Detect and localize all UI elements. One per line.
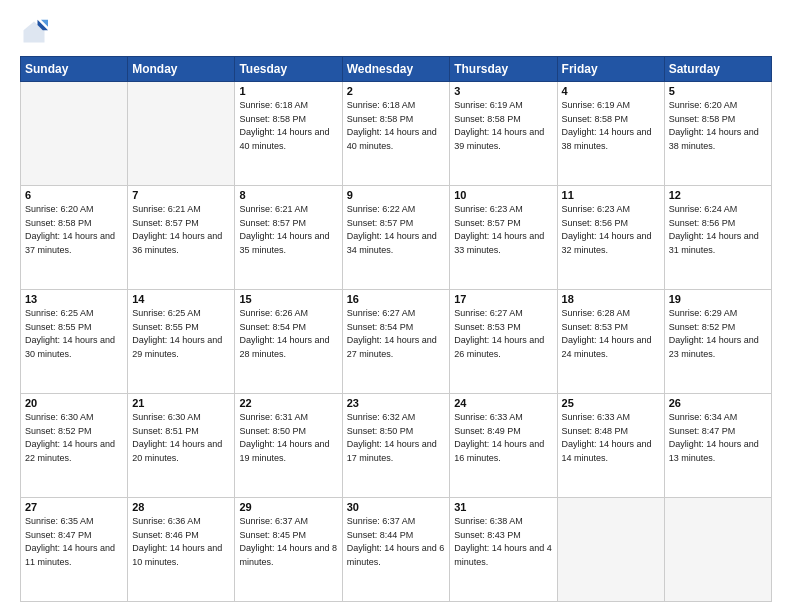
weekday-header-tuesday: Tuesday <box>235 57 342 82</box>
day-number: 18 <box>562 293 660 305</box>
day-number: 27 <box>25 501 123 513</box>
day-info: Sunrise: 6:27 AMSunset: 8:53 PMDaylight:… <box>454 307 552 361</box>
day-info: Sunrise: 6:38 AMSunset: 8:43 PMDaylight:… <box>454 515 552 569</box>
day-number: 25 <box>562 397 660 409</box>
calendar-cell: 6Sunrise: 6:20 AMSunset: 8:58 PMDaylight… <box>21 186 128 290</box>
calendar-cell: 10Sunrise: 6:23 AMSunset: 8:57 PMDayligh… <box>450 186 557 290</box>
day-number: 7 <box>132 189 230 201</box>
day-info: Sunrise: 6:30 AMSunset: 8:51 PMDaylight:… <box>132 411 230 465</box>
calendar-cell: 8Sunrise: 6:21 AMSunset: 8:57 PMDaylight… <box>235 186 342 290</box>
logo <box>20 18 52 46</box>
day-number: 26 <box>669 397 767 409</box>
day-number: 16 <box>347 293 446 305</box>
calendar-cell: 4Sunrise: 6:19 AMSunset: 8:58 PMDaylight… <box>557 82 664 186</box>
calendar-cell: 11Sunrise: 6:23 AMSunset: 8:56 PMDayligh… <box>557 186 664 290</box>
day-number: 12 <box>669 189 767 201</box>
day-number: 2 <box>347 85 446 97</box>
week-row-5: 27Sunrise: 6:35 AMSunset: 8:47 PMDayligh… <box>21 498 772 602</box>
day-info: Sunrise: 6:18 AMSunset: 8:58 PMDaylight:… <box>347 99 446 153</box>
calendar-cell: 9Sunrise: 6:22 AMSunset: 8:57 PMDaylight… <box>342 186 450 290</box>
day-info: Sunrise: 6:25 AMSunset: 8:55 PMDaylight:… <box>132 307 230 361</box>
day-info: Sunrise: 6:21 AMSunset: 8:57 PMDaylight:… <box>132 203 230 257</box>
calendar-cell: 13Sunrise: 6:25 AMSunset: 8:55 PMDayligh… <box>21 290 128 394</box>
day-number: 23 <box>347 397 446 409</box>
calendar-cell: 27Sunrise: 6:35 AMSunset: 8:47 PMDayligh… <box>21 498 128 602</box>
day-info: Sunrise: 6:25 AMSunset: 8:55 PMDaylight:… <box>25 307 123 361</box>
day-info: Sunrise: 6:22 AMSunset: 8:57 PMDaylight:… <box>347 203 446 257</box>
calendar-cell: 3Sunrise: 6:19 AMSunset: 8:58 PMDaylight… <box>450 82 557 186</box>
day-info: Sunrise: 6:23 AMSunset: 8:56 PMDaylight:… <box>562 203 660 257</box>
page-header <box>20 18 772 46</box>
week-row-4: 20Sunrise: 6:30 AMSunset: 8:52 PMDayligh… <box>21 394 772 498</box>
day-info: Sunrise: 6:28 AMSunset: 8:53 PMDaylight:… <box>562 307 660 361</box>
calendar-cell: 18Sunrise: 6:28 AMSunset: 8:53 PMDayligh… <box>557 290 664 394</box>
calendar-cell <box>557 498 664 602</box>
day-info: Sunrise: 6:20 AMSunset: 8:58 PMDaylight:… <box>669 99 767 153</box>
calendar-cell <box>664 498 771 602</box>
weekday-header-saturday: Saturday <box>664 57 771 82</box>
day-number: 20 <box>25 397 123 409</box>
day-info: Sunrise: 6:34 AMSunset: 8:47 PMDaylight:… <box>669 411 767 465</box>
day-info: Sunrise: 6:19 AMSunset: 8:58 PMDaylight:… <box>454 99 552 153</box>
weekday-header-sunday: Sunday <box>21 57 128 82</box>
calendar-cell: 5Sunrise: 6:20 AMSunset: 8:58 PMDaylight… <box>664 82 771 186</box>
day-number: 9 <box>347 189 446 201</box>
day-number: 6 <box>25 189 123 201</box>
day-info: Sunrise: 6:37 AMSunset: 8:44 PMDaylight:… <box>347 515 446 569</box>
day-info: Sunrise: 6:26 AMSunset: 8:54 PMDaylight:… <box>239 307 337 361</box>
week-row-2: 6Sunrise: 6:20 AMSunset: 8:58 PMDaylight… <box>21 186 772 290</box>
day-number: 22 <box>239 397 337 409</box>
day-number: 21 <box>132 397 230 409</box>
calendar-cell: 30Sunrise: 6:37 AMSunset: 8:44 PMDayligh… <box>342 498 450 602</box>
calendar-cell: 23Sunrise: 6:32 AMSunset: 8:50 PMDayligh… <box>342 394 450 498</box>
day-info: Sunrise: 6:30 AMSunset: 8:52 PMDaylight:… <box>25 411 123 465</box>
day-number: 13 <box>25 293 123 305</box>
calendar-cell: 12Sunrise: 6:24 AMSunset: 8:56 PMDayligh… <box>664 186 771 290</box>
calendar-cell <box>21 82 128 186</box>
day-number: 19 <box>669 293 767 305</box>
calendar-cell: 20Sunrise: 6:30 AMSunset: 8:52 PMDayligh… <box>21 394 128 498</box>
day-number: 17 <box>454 293 552 305</box>
day-number: 28 <box>132 501 230 513</box>
calendar-cell: 1Sunrise: 6:18 AMSunset: 8:58 PMDaylight… <box>235 82 342 186</box>
weekday-header-monday: Monday <box>128 57 235 82</box>
calendar-cell: 15Sunrise: 6:26 AMSunset: 8:54 PMDayligh… <box>235 290 342 394</box>
calendar-table: SundayMondayTuesdayWednesdayThursdayFrid… <box>20 56 772 602</box>
day-number: 14 <box>132 293 230 305</box>
day-number: 10 <box>454 189 552 201</box>
day-info: Sunrise: 6:23 AMSunset: 8:57 PMDaylight:… <box>454 203 552 257</box>
day-info: Sunrise: 6:29 AMSunset: 8:52 PMDaylight:… <box>669 307 767 361</box>
day-info: Sunrise: 6:35 AMSunset: 8:47 PMDaylight:… <box>25 515 123 569</box>
day-number: 5 <box>669 85 767 97</box>
day-number: 8 <box>239 189 337 201</box>
calendar-cell: 24Sunrise: 6:33 AMSunset: 8:49 PMDayligh… <box>450 394 557 498</box>
calendar-cell: 21Sunrise: 6:30 AMSunset: 8:51 PMDayligh… <box>128 394 235 498</box>
day-info: Sunrise: 6:36 AMSunset: 8:46 PMDaylight:… <box>132 515 230 569</box>
day-number: 29 <box>239 501 337 513</box>
calendar-cell: 7Sunrise: 6:21 AMSunset: 8:57 PMDaylight… <box>128 186 235 290</box>
calendar-cell: 2Sunrise: 6:18 AMSunset: 8:58 PMDaylight… <box>342 82 450 186</box>
day-info: Sunrise: 6:33 AMSunset: 8:49 PMDaylight:… <box>454 411 552 465</box>
day-info: Sunrise: 6:37 AMSunset: 8:45 PMDaylight:… <box>239 515 337 569</box>
day-info: Sunrise: 6:24 AMSunset: 8:56 PMDaylight:… <box>669 203 767 257</box>
weekday-header-friday: Friday <box>557 57 664 82</box>
weekday-header-row: SundayMondayTuesdayWednesdayThursdayFrid… <box>21 57 772 82</box>
day-info: Sunrise: 6:19 AMSunset: 8:58 PMDaylight:… <box>562 99 660 153</box>
calendar-cell: 17Sunrise: 6:27 AMSunset: 8:53 PMDayligh… <box>450 290 557 394</box>
day-number: 31 <box>454 501 552 513</box>
day-number: 15 <box>239 293 337 305</box>
day-info: Sunrise: 6:32 AMSunset: 8:50 PMDaylight:… <box>347 411 446 465</box>
weekday-header-wednesday: Wednesday <box>342 57 450 82</box>
calendar-cell: 16Sunrise: 6:27 AMSunset: 8:54 PMDayligh… <box>342 290 450 394</box>
calendar-cell: 25Sunrise: 6:33 AMSunset: 8:48 PMDayligh… <box>557 394 664 498</box>
day-number: 30 <box>347 501 446 513</box>
day-number: 24 <box>454 397 552 409</box>
day-number: 1 <box>239 85 337 97</box>
day-number: 11 <box>562 189 660 201</box>
day-info: Sunrise: 6:31 AMSunset: 8:50 PMDaylight:… <box>239 411 337 465</box>
day-number: 4 <box>562 85 660 97</box>
week-row-3: 13Sunrise: 6:25 AMSunset: 8:55 PMDayligh… <box>21 290 772 394</box>
calendar-cell: 29Sunrise: 6:37 AMSunset: 8:45 PMDayligh… <box>235 498 342 602</box>
calendar-cell: 14Sunrise: 6:25 AMSunset: 8:55 PMDayligh… <box>128 290 235 394</box>
calendar-cell: 19Sunrise: 6:29 AMSunset: 8:52 PMDayligh… <box>664 290 771 394</box>
